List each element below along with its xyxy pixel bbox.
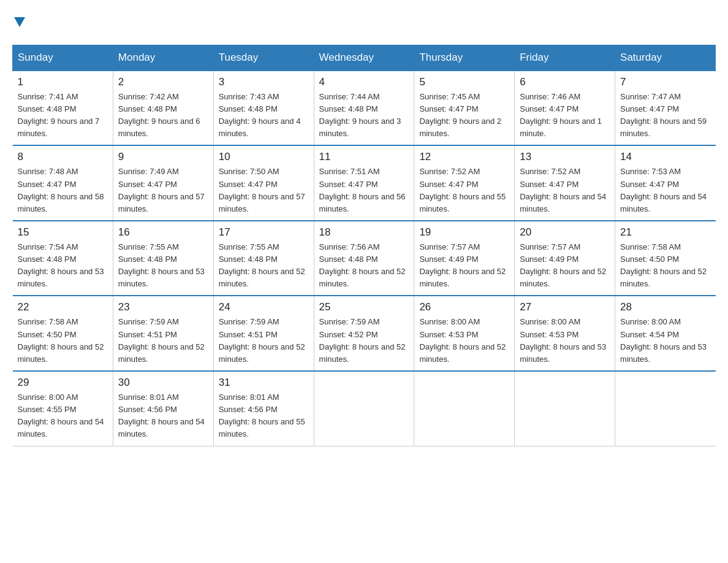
day-number: 25 bbox=[319, 301, 409, 313]
day-number: 29 bbox=[18, 377, 108, 389]
calendar-day-cell: 30 Sunrise: 8:01 AM Sunset: 4:56 PM Dayl… bbox=[113, 371, 213, 446]
header-thursday: Thursday bbox=[414, 45, 515, 71]
day-number: 7 bbox=[620, 76, 710, 88]
calendar-day-cell: 26 Sunrise: 8:00 AM Sunset: 4:53 PM Dayl… bbox=[414, 296, 515, 371]
day-number: 2 bbox=[118, 76, 208, 88]
day-number: 21 bbox=[620, 226, 710, 239]
day-info: Sunrise: 7:58 AM Sunset: 4:50 PM Dayligh… bbox=[620, 241, 710, 291]
calendar-day-cell: 14 Sunrise: 7:53 AM Sunset: 4:47 PM Dayl… bbox=[615, 145, 716, 221]
day-info: Sunrise: 8:00 AM Sunset: 4:53 PM Dayligh… bbox=[520, 316, 610, 366]
day-info: Sunrise: 8:01 AM Sunset: 4:56 PM Dayligh… bbox=[118, 391, 208, 441]
calendar-day-cell: 17 Sunrise: 7:55 AM Sunset: 4:48 PM Dayl… bbox=[213, 221, 314, 296]
header-wednesday: Wednesday bbox=[314, 45, 414, 71]
day-number: 17 bbox=[219, 226, 309, 239]
calendar-day-cell: 8 Sunrise: 7:48 AM Sunset: 4:47 PM Dayli… bbox=[13, 145, 113, 221]
day-number: 10 bbox=[219, 151, 309, 163]
calendar-day-cell: 28 Sunrise: 8:00 AM Sunset: 4:54 PM Dayl… bbox=[615, 296, 716, 371]
logo-triangle-icon bbox=[14, 12, 25, 31]
day-number: 22 bbox=[18, 301, 108, 313]
day-number: 3 bbox=[219, 76, 309, 88]
calendar-day-cell: 16 Sunrise: 7:55 AM Sunset: 4:48 PM Dayl… bbox=[113, 221, 213, 296]
calendar-day-cell: 6 Sunrise: 7:46 AM Sunset: 4:47 PM Dayli… bbox=[515, 71, 615, 146]
calendar-table: SundayMondayTuesdayWednesdayThursdayFrid… bbox=[12, 45, 716, 446]
day-info: Sunrise: 8:00 AM Sunset: 4:54 PM Dayligh… bbox=[620, 316, 710, 366]
day-info: Sunrise: 7:43 AM Sunset: 4:48 PM Dayligh… bbox=[219, 91, 309, 140]
calendar-week-row: 22 Sunrise: 7:58 AM Sunset: 4:50 PM Dayl… bbox=[13, 296, 716, 371]
header-sunday: Sunday bbox=[13, 45, 113, 71]
day-number: 12 bbox=[419, 151, 509, 163]
calendar-header-row: SundayMondayTuesdayWednesdayThursdayFrid… bbox=[13, 45, 716, 71]
header-tuesday: Tuesday bbox=[213, 45, 314, 71]
calendar-day-cell bbox=[314, 371, 414, 446]
day-info: Sunrise: 7:48 AM Sunset: 4:47 PM Dayligh… bbox=[18, 166, 108, 215]
calendar-day-cell: 4 Sunrise: 7:44 AM Sunset: 4:48 PM Dayli… bbox=[314, 71, 414, 146]
calendar-day-cell: 23 Sunrise: 7:59 AM Sunset: 4:51 PM Dayl… bbox=[113, 296, 213, 371]
calendar-day-cell: 25 Sunrise: 7:59 AM Sunset: 4:52 PM Dayl… bbox=[314, 296, 414, 371]
calendar-week-row: 15 Sunrise: 7:54 AM Sunset: 4:48 PM Dayl… bbox=[13, 221, 716, 296]
calendar-day-cell: 22 Sunrise: 7:58 AM Sunset: 4:50 PM Dayl… bbox=[13, 296, 113, 371]
day-info: Sunrise: 7:59 AM Sunset: 4:51 PM Dayligh… bbox=[219, 316, 309, 366]
calendar-day-cell: 13 Sunrise: 7:52 AM Sunset: 4:47 PM Dayl… bbox=[515, 145, 615, 221]
day-number: 15 bbox=[18, 226, 108, 239]
day-number: 4 bbox=[319, 76, 409, 88]
calendar-day-cell bbox=[414, 371, 515, 446]
calendar-day-cell: 21 Sunrise: 7:58 AM Sunset: 4:50 PM Dayl… bbox=[615, 221, 716, 296]
calendar-day-cell: 19 Sunrise: 7:57 AM Sunset: 4:49 PM Dayl… bbox=[414, 221, 515, 296]
day-number: 30 bbox=[118, 377, 208, 389]
calendar-day-cell: 24 Sunrise: 7:59 AM Sunset: 4:51 PM Dayl… bbox=[213, 296, 314, 371]
day-number: 28 bbox=[620, 301, 710, 313]
day-number: 14 bbox=[620, 151, 710, 163]
day-number: 27 bbox=[520, 301, 610, 313]
day-info: Sunrise: 8:00 AM Sunset: 4:53 PM Dayligh… bbox=[419, 316, 509, 366]
day-number: 9 bbox=[118, 151, 208, 163]
calendar-day-cell: 29 Sunrise: 8:00 AM Sunset: 4:55 PM Dayl… bbox=[13, 371, 113, 446]
day-info: Sunrise: 7:50 AM Sunset: 4:47 PM Dayligh… bbox=[219, 166, 309, 215]
day-number: 8 bbox=[18, 151, 108, 163]
calendar-day-cell: 18 Sunrise: 7:56 AM Sunset: 4:48 PM Dayl… bbox=[314, 221, 414, 296]
day-number: 19 bbox=[419, 226, 509, 239]
day-info: Sunrise: 7:44 AM Sunset: 4:48 PM Dayligh… bbox=[319, 91, 409, 140]
header-friday: Friday bbox=[515, 45, 615, 71]
calendar-day-cell: 31 Sunrise: 8:01 AM Sunset: 4:56 PM Dayl… bbox=[213, 371, 314, 446]
header-saturday: Saturday bbox=[615, 45, 716, 71]
day-info: Sunrise: 7:41 AM Sunset: 4:48 PM Dayligh… bbox=[18, 91, 108, 140]
calendar-day-cell: 27 Sunrise: 8:00 AM Sunset: 4:53 PM Dayl… bbox=[515, 296, 615, 371]
calendar-day-cell bbox=[515, 371, 615, 446]
calendar-day-cell bbox=[615, 371, 716, 446]
calendar-day-cell: 11 Sunrise: 7:51 AM Sunset: 4:47 PM Dayl… bbox=[314, 145, 414, 221]
svg-marker-0 bbox=[14, 17, 25, 27]
day-number: 26 bbox=[419, 301, 509, 313]
calendar-day-cell: 1 Sunrise: 7:41 AM Sunset: 4:48 PM Dayli… bbox=[13, 71, 113, 146]
page-header bbox=[12, 12, 716, 33]
day-info: Sunrise: 7:58 AM Sunset: 4:50 PM Dayligh… bbox=[18, 316, 108, 366]
day-info: Sunrise: 7:56 AM Sunset: 4:48 PM Dayligh… bbox=[319, 241, 409, 291]
day-info: Sunrise: 7:57 AM Sunset: 4:49 PM Dayligh… bbox=[419, 241, 509, 291]
day-number: 1 bbox=[18, 76, 108, 88]
calendar-day-cell: 9 Sunrise: 7:49 AM Sunset: 4:47 PM Dayli… bbox=[113, 145, 213, 221]
day-info: Sunrise: 7:52 AM Sunset: 4:47 PM Dayligh… bbox=[520, 166, 610, 215]
day-number: 13 bbox=[520, 151, 610, 163]
day-info: Sunrise: 7:51 AM Sunset: 4:47 PM Dayligh… bbox=[319, 166, 409, 215]
day-number: 20 bbox=[520, 226, 610, 239]
day-number: 6 bbox=[520, 76, 610, 88]
day-info: Sunrise: 7:52 AM Sunset: 4:47 PM Dayligh… bbox=[419, 166, 509, 215]
day-info: Sunrise: 7:46 AM Sunset: 4:47 PM Dayligh… bbox=[520, 91, 610, 140]
day-number: 18 bbox=[319, 226, 409, 239]
day-info: Sunrise: 7:53 AM Sunset: 4:47 PM Dayligh… bbox=[620, 166, 710, 215]
day-info: Sunrise: 8:00 AM Sunset: 4:55 PM Dayligh… bbox=[18, 391, 108, 441]
day-number: 23 bbox=[118, 301, 208, 313]
day-info: Sunrise: 7:55 AM Sunset: 4:48 PM Dayligh… bbox=[118, 241, 208, 291]
day-info: Sunrise: 7:54 AM Sunset: 4:48 PM Dayligh… bbox=[18, 241, 108, 291]
day-info: Sunrise: 7:47 AM Sunset: 4:47 PM Dayligh… bbox=[620, 91, 710, 140]
day-info: Sunrise: 7:45 AM Sunset: 4:47 PM Dayligh… bbox=[419, 91, 509, 140]
day-number: 24 bbox=[219, 301, 309, 313]
calendar-day-cell: 10 Sunrise: 7:50 AM Sunset: 4:47 PM Dayl… bbox=[213, 145, 314, 221]
day-info: Sunrise: 7:59 AM Sunset: 4:52 PM Dayligh… bbox=[319, 316, 409, 366]
calendar-day-cell: 3 Sunrise: 7:43 AM Sunset: 4:48 PM Dayli… bbox=[213, 71, 314, 146]
calendar-day-cell: 15 Sunrise: 7:54 AM Sunset: 4:48 PM Dayl… bbox=[13, 221, 113, 296]
day-number: 31 bbox=[219, 377, 309, 389]
header-monday: Monday bbox=[113, 45, 213, 71]
day-number: 5 bbox=[419, 76, 509, 88]
day-info: Sunrise: 7:42 AM Sunset: 4:48 PM Dayligh… bbox=[118, 91, 208, 140]
day-info: Sunrise: 7:49 AM Sunset: 4:47 PM Dayligh… bbox=[118, 166, 208, 215]
